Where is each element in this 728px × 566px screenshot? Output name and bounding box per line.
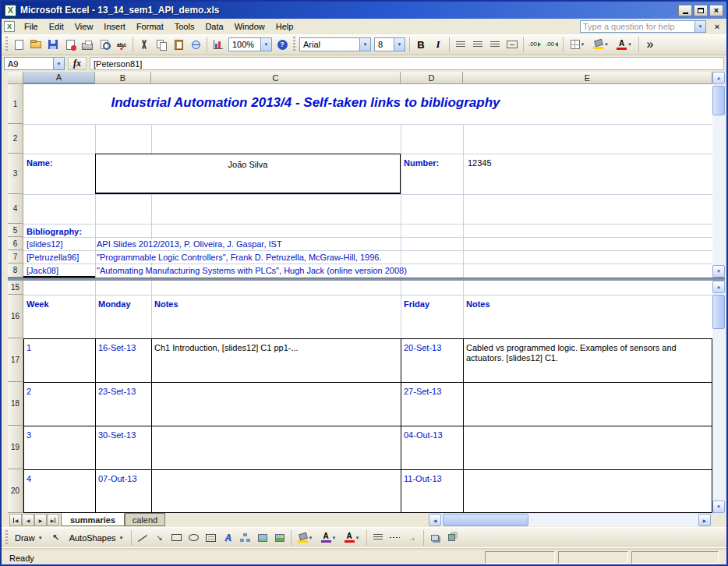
- cell-header-week[interactable]: Week: [27, 299, 49, 310]
- row-header[interactable]: 1: [8, 84, 23, 124]
- cell-friday-date[interactable]: 20-Set-13: [404, 343, 441, 353]
- cell-friday-notes[interactable]: Cabled vs programmed logic. Examples of …: [466, 343, 708, 363]
- tab-calend[interactable]: calend: [125, 513, 165, 526]
- line-color-button[interactable]: A▼: [317, 529, 341, 547]
- cell-friday-date[interactable]: 11-Out-13: [404, 474, 442, 484]
- cell-bib-text[interactable]: "Automating Manufacturing Systems with P…: [97, 266, 409, 276]
- autoshapes-menu-button[interactable]: AutoShapes ▼: [65, 530, 129, 546]
- line-style-button[interactable]: [369, 529, 387, 547]
- cell-monday-date[interactable]: 30-Set-13: [98, 430, 136, 440]
- column-header-a[interactable]: A: [23, 72, 95, 84]
- bold-button[interactable]: B: [412, 36, 429, 53]
- row-header[interactable]: 7: [8, 250, 23, 264]
- maximize-button[interactable]: [694, 5, 708, 16]
- text-box-button[interactable]: [203, 529, 220, 547]
- font-color-button[interactable]: A▼: [613, 36, 636, 53]
- cell-sheet-title[interactable]: Industrial Automation 2013/4 - Self-take…: [23, 94, 588, 112]
- 3d-style-button[interactable]: [444, 529, 461, 547]
- row-header[interactable]: 6: [8, 237, 23, 250]
- align-right-button[interactable]: [486, 36, 504, 53]
- cell-bib-key[interactable]: [Petruzella96]: [27, 253, 79, 263]
- dropdown-icon[interactable]: ▼: [604, 42, 609, 47]
- column-header-e[interactable]: E: [463, 72, 712, 84]
- scroll-left-button[interactable]: ◀: [429, 514, 441, 526]
- cell-week-number[interactable]: 2: [27, 387, 31, 397]
- row-header[interactable]: 2: [8, 124, 23, 154]
- minimize-button[interactable]: [678, 5, 692, 16]
- wordart-button[interactable]: A: [220, 529, 237, 547]
- cell-friday-date[interactable]: 27-Set-13: [404, 387, 441, 397]
- shadow-style-button[interactable]: [426, 529, 444, 547]
- last-sheet-button[interactable]: ▶: [47, 514, 59, 526]
- arrow-tool-button[interactable]: ↘: [151, 529, 168, 547]
- scroll-down-button[interactable]: ▼: [712, 265, 725, 278]
- cell-bib-key[interactable]: [Jack08]: [27, 266, 58, 276]
- align-center-button[interactable]: [469, 36, 486, 53]
- merge-center-button[interactable]: [504, 36, 521, 53]
- menu-window[interactable]: Window: [229, 19, 270, 34]
- shape-fill-color-button[interactable]: ▼: [294, 529, 317, 547]
- scrollbar-thumb[interactable]: [712, 86, 725, 115]
- row-header[interactable]: 15: [8, 281, 23, 295]
- dropdown-icon[interactable]: ▼: [260, 38, 271, 51]
- close-button[interactable]: ×: [709, 5, 723, 16]
- workbook-close-button[interactable]: ×: [711, 20, 723, 33]
- tab-summaries[interactable]: summaries: [61, 513, 125, 526]
- row-header[interactable]: 20: [8, 469, 23, 513]
- row-header[interactable]: 16: [8, 295, 23, 338]
- print-preview-button[interactable]: [96, 36, 113, 53]
- draw-menu-button[interactable]: Draw ▼: [10, 530, 48, 546]
- decrease-decimal-button[interactable]: .00: [543, 36, 560, 53]
- oval-tool-button[interactable]: [186, 529, 203, 547]
- row-header[interactable]: 4: [8, 194, 23, 224]
- row-header[interactable]: 17: [8, 338, 23, 382]
- cell-header-friday[interactable]: Friday: [404, 299, 429, 310]
- menu-insert[interactable]: Insert: [98, 19, 131, 34]
- dropdown-icon[interactable]: ▼: [581, 42, 585, 47]
- cell-header-notes[interactable]: Notes: [154, 299, 178, 310]
- cell-week-number[interactable]: 3: [27, 430, 31, 440]
- menu-edit[interactable]: Edit: [44, 19, 69, 34]
- previous-sheet-button[interactable]: ◀: [22, 514, 34, 526]
- scroll-up-button[interactable]: ▲: [712, 72, 725, 84]
- menu-data[interactable]: Data: [200, 19, 228, 34]
- open-button[interactable]: [27, 36, 44, 53]
- rectangle-tool-button[interactable]: [168, 529, 186, 547]
- cell-monday-date[interactable]: 23-Set-13: [98, 387, 136, 397]
- menu-help[interactable]: Help: [270, 19, 299, 34]
- cell-bib-text[interactable]: "Programmable Logic Controllers", Frank …: [97, 253, 383, 263]
- menu-view[interactable]: View: [69, 19, 99, 34]
- hyperlink-button[interactable]: [187, 36, 204, 53]
- column-header-c[interactable]: C: [151, 72, 401, 84]
- zoom-combo[interactable]: 100% ▼: [228, 37, 272, 51]
- dropdown-icon[interactable]: ▼: [355, 536, 360, 540]
- row-header[interactable]: 19: [8, 426, 23, 469]
- dropdown-icon[interactable]: ▼: [359, 38, 370, 51]
- column-header-d[interactable]: D: [401, 72, 463, 84]
- vertical-scrollbar-bottom[interactable]: ▲ ▼: [712, 281, 725, 513]
- dropdown-icon[interactable]: ▼: [309, 536, 313, 540]
- dropdown-icon[interactable]: ▼: [332, 536, 337, 540]
- toolbar-grip[interactable]: [293, 37, 295, 52]
- diagram-button[interactable]: [237, 529, 254, 547]
- cell-bib-text[interactable]: API Slides 2012/2013, P. Oliveira, J. Ga…: [97, 239, 284, 249]
- paste-button[interactable]: [170, 36, 187, 53]
- row-header[interactable]: 3: [8, 154, 23, 194]
- help-button[interactable]: ?: [274, 36, 291, 53]
- align-left-button[interactable]: [452, 36, 469, 53]
- cell-monday-date[interactable]: 07-Out-13: [98, 474, 137, 484]
- menu-tools[interactable]: Tools: [169, 19, 200, 34]
- permission-button[interactable]: [62, 36, 79, 53]
- dropdown-icon[interactable]: ▼: [394, 38, 405, 51]
- first-sheet-button[interactable]: ◀: [9, 514, 22, 526]
- arrow-style-button[interactable]: →: [404, 529, 421, 547]
- cell-name-value[interactable]: João Silva: [95, 160, 401, 170]
- row-header[interactable]: 18: [8, 382, 23, 426]
- scroll-right-button[interactable]: ▶: [698, 514, 711, 526]
- print-button[interactable]: [79, 36, 96, 53]
- menu-format[interactable]: Format: [131, 19, 169, 34]
- select-all-corner[interactable]: [8, 72, 23, 84]
- horizontal-scrollbar-thumb[interactable]: [443, 514, 528, 526]
- new-document-button[interactable]: [10, 36, 27, 53]
- vertical-scrollbar-top[interactable]: ▲ ▼: [712, 72, 725, 278]
